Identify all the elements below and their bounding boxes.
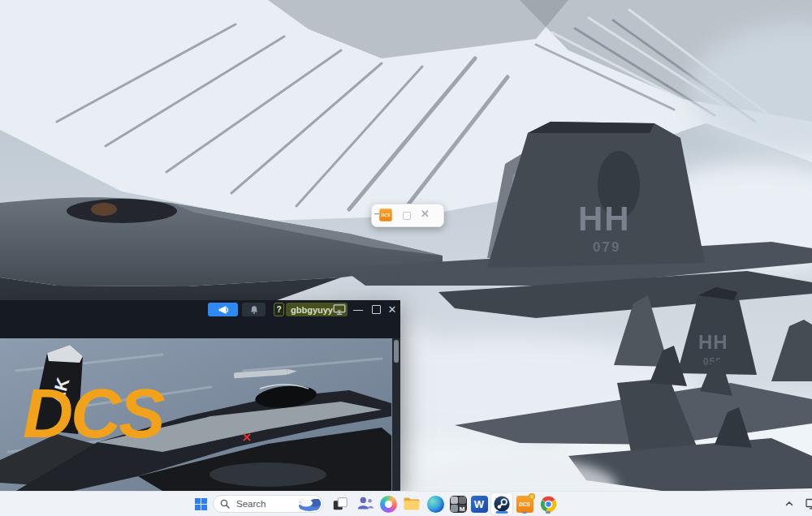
updater-mini-window: — DCS ✕ — [371, 204, 444, 227]
copilot-icon — [380, 496, 397, 513]
username-label: gbbgyuyy — [291, 305, 333, 315]
scrollbar[interactable] — [392, 338, 400, 491]
edge-button[interactable] — [425, 493, 446, 514]
maximize-button[interactable] — [403, 212, 411, 220]
folder-icon — [403, 495, 421, 513]
chrome-icon — [540, 496, 557, 513]
help-button[interactable]: ? — [274, 303, 284, 316]
tray-display-button[interactable] — [802, 493, 812, 514]
badge-icon — [529, 493, 535, 500]
chevron-up-icon — [784, 499, 794, 509]
dcs-launcher-window: ? gbbgyuyy ⌄ — ✕ — [0, 300, 400, 491]
running-app-indicator — [522, 511, 527, 514]
monitor-icon — [806, 498, 812, 510]
word-button[interactable]: W — [469, 493, 490, 514]
dcs-titlebar: ? gbbgyuyy ⌄ — ✕ — [0, 300, 400, 338]
file-explorer-button[interactable] — [401, 493, 422, 514]
dcs-app-icon: DCS — [379, 209, 392, 221]
scrollbar-thumb[interactable] — [394, 340, 399, 363]
teams-button[interactable] — [355, 493, 376, 514]
maximize-button[interactable] — [369, 303, 382, 316]
megaphone-icon — [218, 305, 229, 315]
search-icon — [220, 499, 230, 509]
dcs-button[interactable]: DCS — [514, 493, 535, 514]
task-view-button[interactable] — [330, 493, 351, 514]
teams-icon — [356, 495, 374, 513]
steam-button[interactable] — [491, 493, 512, 514]
dcs-splash-image: AK DCS — [0, 338, 392, 491]
monitor-icon — [333, 303, 346, 316]
tail-code-1: HH — [578, 200, 631, 238]
media-app-icon: M — [450, 496, 467, 513]
chrome-button[interactable] — [538, 493, 559, 514]
minimize-button[interactable]: — — [352, 303, 365, 316]
edge-icon — [427, 496, 444, 513]
dcs-icon: DCS — [516, 496, 533, 513]
close-button[interactable]: ✕ — [386, 303, 399, 316]
active-app-indicator — [496, 511, 508, 514]
announcements-button[interactable] — [208, 303, 238, 316]
close-button[interactable]: ✕ — [421, 208, 430, 220]
dcs-icon-text: DCS — [519, 501, 530, 507]
task-view-icon — [331, 495, 349, 513]
media-app-button[interactable]: M — [447, 493, 469, 514]
windows-logo-icon — [195, 498, 207, 510]
running-app-indicator — [546, 511, 551, 514]
tray-overflow-button[interactable] — [780, 493, 799, 514]
search-highlight-image[interactable] — [293, 497, 321, 511]
tail-code-2: HH — [698, 331, 728, 353]
search-input[interactable] — [235, 498, 295, 510]
copilot-button[interactable] — [378, 493, 399, 514]
desktop: HH 079 HH 058 — DCS ✕ — [0, 0, 812, 516]
word-icon: W — [471, 496, 488, 513]
taskbar: M W DCS — [0, 491, 812, 516]
notifications-button[interactable] — [242, 303, 266, 316]
steam-icon — [493, 495, 511, 513]
dcs-logo-text: DCS — [23, 374, 165, 452]
start-button[interactable] — [190, 493, 211, 514]
media-app-letter: M — [460, 505, 465, 513]
search-box[interactable] — [213, 495, 323, 513]
display-settings-button[interactable] — [333, 303, 346, 316]
bell-icon — [249, 305, 259, 315]
tail-number-1: 079 — [593, 239, 620, 255]
maximize-icon — [372, 305, 381, 314]
